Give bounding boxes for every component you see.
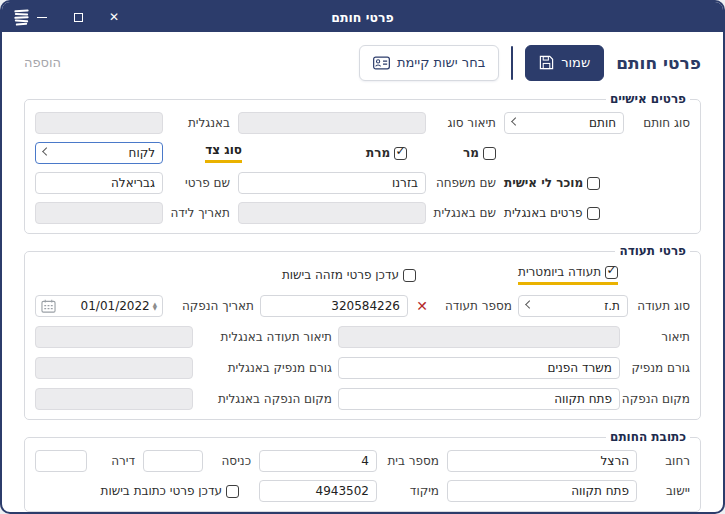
street-input[interactable]: הרצל	[447, 450, 637, 472]
signer-type-select[interactable]: חותם	[504, 112, 624, 134]
personal-row-4: פרטים באנגלית שם באנגלית תאריך לידה	[35, 202, 690, 224]
checkbox-checked-icon	[605, 266, 618, 279]
signer-type-value: חותם	[589, 116, 616, 130]
issue-date-input[interactable]: 01/01/2022 ▲▼	[35, 295, 163, 317]
document-details-section: פרטי תעודה תעודה ביומטרית עדכן פרטי מזהה…	[24, 244, 701, 420]
update-address-checkbox[interactable]: עדכן פרטי כתובת בישות	[101, 481, 239, 501]
checkbox-box-icon	[403, 269, 416, 282]
zip-input[interactable]: 4943502	[259, 480, 377, 502]
party-type-select[interactable]: לקוח	[35, 142, 163, 164]
issue-place-input[interactable]: פתח תקווה	[338, 388, 620, 410]
doc-type-select[interactable]: ת.ז	[518, 295, 628, 317]
chevron-down-icon	[525, 300, 533, 308]
zip-label: מיקוד	[385, 484, 439, 498]
mrs-checkbox[interactable]: מרת	[366, 143, 407, 163]
date-stepper[interactable]: ▲▼	[153, 302, 157, 311]
mr-checkbox[interactable]: מר	[463, 143, 496, 163]
entrance-label: כניסה	[211, 454, 251, 468]
personal-row-3: מוכר לי אישית שם משפחה בזרנו שם פרטי גבר…	[35, 172, 690, 194]
document-details-legend: פרטי תעודה	[615, 244, 690, 258]
last-name-input[interactable]: בזרנו	[238, 172, 426, 194]
mr-checkbox-label: מר	[463, 146, 479, 160]
doc-number-input[interactable]: 320584226	[260, 295, 408, 317]
calendar-icon[interactable]	[41, 299, 56, 313]
issuer-english-label: גורם מנפיק באנגלית	[200, 361, 332, 375]
apartment-input[interactable]	[35, 450, 87, 472]
desc-english-input	[35, 326, 193, 348]
save-button-label: שמור	[561, 55, 590, 70]
personal-details-legend: פרטים אישיים	[606, 92, 690, 106]
type-desc-input	[238, 112, 426, 134]
signer-address-section: כתובת החותם רחוב הרצל מספר בית 4 כניסה ד…	[24, 430, 701, 512]
page-title: פרטי חותם	[616, 53, 701, 73]
house-number-input[interactable]: 4	[259, 450, 377, 472]
biometric-document-label: תעודה ביומטרית	[518, 265, 601, 279]
chevron-down-icon	[511, 117, 519, 125]
app-logo-icon	[12, 8, 31, 27]
first-name-input[interactable]: גבריאלה	[35, 172, 163, 194]
document-row-1: תעודה ביומטרית עדכן פרטי מזהה בישות	[35, 264, 690, 286]
first-name-label: שם פרטי	[176, 176, 230, 190]
minimize-button[interactable]	[31, 6, 53, 28]
address-row-1: רחוב הרצל מספר בית 4 כניסה דירה	[35, 450, 690, 472]
city-label: יישוב	[645, 484, 690, 498]
signer-type-label: סוג חותם	[632, 116, 690, 130]
last-name-label: שם משפחה	[434, 176, 496, 190]
personal-details-section: פרטים אישיים סוג חותם חותם תיאור סוג באנ…	[24, 92, 701, 234]
close-button[interactable]: ✕	[103, 6, 125, 28]
document-row-2: סוג תעודה ת.ז מספר תעודה ✕ 320584226 תאר…	[35, 295, 690, 317]
issue-place-english-input	[35, 388, 193, 410]
clear-doc-number-icon[interactable]: ✕	[414, 299, 430, 313]
birth-date-input	[35, 202, 163, 224]
issue-place-label: מקום הנפקה	[626, 392, 690, 406]
checkbox-box-icon	[587, 177, 600, 190]
header: פרטי חותם שמור בחר ישות קיימת	[2, 32, 723, 90]
desc-input	[338, 326, 620, 348]
add-link[interactable]: הוספה	[24, 55, 61, 70]
issuer-english-input	[35, 357, 193, 379]
name-english-input	[238, 202, 426, 224]
party-type-label: סוג צד	[205, 143, 242, 163]
issue-date-label: תאריך הנפקה	[176, 299, 254, 313]
in-english-label: באנגלית	[176, 116, 230, 130]
apartment-label: דירה	[105, 454, 135, 468]
checkbox-box-icon	[226, 485, 239, 498]
checkbox-box-icon	[483, 147, 496, 160]
desc-label: תיאור	[626, 330, 690, 344]
city-input[interactable]: פתח תקווה	[447, 480, 637, 502]
issue-place-english-label: מקום הנפקה באנגלית	[200, 392, 332, 406]
address-row-2: יישוב פתח תקווה מיקוד 4943502 עדכן פרטי …	[35, 480, 690, 502]
entrance-input[interactable]	[143, 450, 203, 472]
titlebar: פרטי חותם ✕	[2, 2, 723, 32]
personal-row-1: סוג חותם חותם תיאור סוג באנגלית	[35, 112, 690, 134]
doc-type-value: ת.ז	[604, 299, 620, 313]
maximize-button[interactable]	[67, 6, 89, 28]
app-window: פרטי חותם ✕ פרטי חותם שמור בחר ישות קיימ…	[0, 0, 725, 514]
known-personally-checkbox[interactable]: מוכר לי אישית	[504, 173, 600, 193]
document-row-5: מקום הנפקה פתח תקווה מקום הנפקה באנגלית	[35, 388, 690, 410]
issuer-label: גורם מנפיק	[626, 361, 690, 375]
party-type-value: לקוח	[129, 146, 155, 160]
choose-existing-entity-button[interactable]: בחר ישות קיימת	[359, 45, 499, 81]
document-row-3: תיאור תיאור תעודה באנגלית	[35, 326, 690, 348]
header-divider	[511, 46, 513, 80]
floppy-disk-icon	[539, 55, 554, 70]
chevron-down-icon	[42, 147, 50, 155]
signer-address-legend: כתובת החותם	[606, 430, 690, 444]
biometric-document-checkbox[interactable]: תעודה ביומטרית	[518, 265, 618, 285]
save-button[interactable]: שמור	[525, 45, 604, 81]
in-english-input	[35, 112, 163, 134]
maximize-icon	[74, 13, 83, 22]
issue-date-value: 01/01/2022	[81, 299, 150, 313]
update-address-label: עדכן פרטי כתובת בישות	[101, 484, 222, 498]
doc-type-label: סוג תעודה	[634, 299, 690, 313]
details-in-english-checkbox[interactable]: פרטים באנגלית	[504, 203, 600, 223]
update-id-details-checkbox[interactable]: עדכן פרטי מזהה בישות	[282, 265, 416, 285]
checkbox-checked-icon	[394, 147, 407, 160]
details-in-english-label: פרטים באנגלית	[504, 206, 583, 220]
id-card-icon	[373, 56, 390, 70]
issuer-input[interactable]: משרד הפנים	[338, 357, 620, 379]
mrs-checkbox-label: מרת	[366, 146, 390, 160]
desc-english-label: תיאור תעודה באנגלית	[200, 330, 332, 344]
update-id-details-label: עדכן פרטי מזהה בישות	[282, 268, 399, 282]
